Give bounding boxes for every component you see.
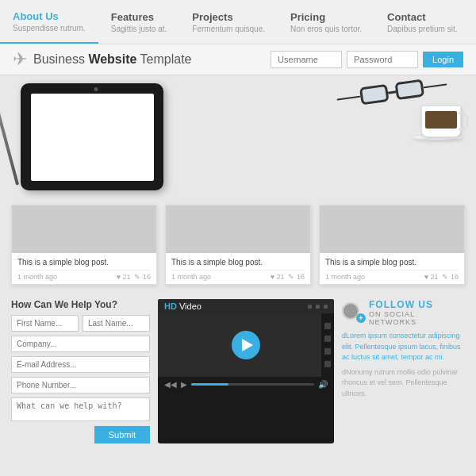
progress-fill [191, 383, 228, 386]
blog-image-0 [12, 205, 156, 253]
site-header: ✈ Business Website Template Login [0, 44, 476, 75]
blog-meta-1: 1 month ago ♥ 21 ✎ 16 [171, 270, 305, 281]
blog-stats-2: ♥ 21 ✎ 16 [424, 273, 459, 281]
follow-icon: + [342, 302, 364, 323]
follow-title: FOLLOW US [369, 299, 465, 310]
blog-stats-0: ♥ 21 ✎ 16 [117, 273, 151, 281]
last-name-input[interactable] [83, 315, 150, 332]
nav-item-projects[interactable]: ProjectsFermentum quisque. [179, 0, 278, 44]
nav-item-about[interactable]: About UsSuspendisse rutrum. [0, 0, 98, 44]
play-icon [242, 339, 253, 351]
blog-likes-0: ♥ 21 [117, 273, 131, 281]
video-controls-bar: ◀◀ ▶ 🔊 [158, 377, 334, 392]
sidebar-item-3[interactable] [324, 348, 331, 355]
sidebar-item-1[interactable] [324, 323, 331, 329]
blog-card-1[interactable]: This is a simple blog post. 1 month ago … [165, 205, 311, 285]
contact-form: How Can We Help You? Submit [11, 299, 150, 443]
blog-comments-2: ✎ 16 [442, 273, 459, 281]
hd-label: HD [164, 301, 177, 311]
social-desc-2: dNonumy rutrum mollis odio pulvinar rhon… [342, 367, 465, 400]
vid-icon-2 [316, 305, 320, 309]
nav-item-contact[interactable]: ContactDapibus pretium sit. [374, 0, 470, 44]
nav-item-features[interactable]: FeaturesSagittis justo at. [98, 0, 180, 44]
main-nav: About UsSuspendisse rutrum.FeaturesSagit… [0, 0, 476, 44]
email-input[interactable] [11, 356, 150, 373]
blog-card-0[interactable]: This is a simple blog post. 1 month ago … [11, 205, 157, 285]
blog-title-2: This is a simple blog post. [325, 258, 459, 267]
video-player: HD Video ◀◀ ▶ [158, 299, 334, 443]
social-desc-1: dLorem ipsum consectetur adipiscing elit… [342, 331, 465, 363]
glasses-arm-left [337, 96, 361, 101]
blog-image-2 [320, 205, 464, 253]
blog-likes-1: ♥ 21 [271, 273, 285, 281]
site-title: Business Website Template [33, 52, 192, 67]
blog-section: This is a simple blog post. 1 month ago … [0, 198, 476, 291]
lens-left [359, 84, 390, 106]
video-word: Video [177, 301, 202, 311]
title-bold: Website [88, 52, 136, 66]
pen-icon [0, 100, 19, 185]
nav-label-about: About Us [13, 10, 86, 22]
rewind-button[interactable]: ◀◀ [164, 380, 177, 389]
blog-comments-1: ✎ 16 [288, 273, 305, 281]
glasses-arm-right [423, 83, 447, 88]
login-button[interactable]: Login [423, 52, 463, 67]
blog-meta-2: 1 month ago ♥ 21 ✎ 16 [325, 270, 459, 281]
sidebar-item-4[interactable] [324, 361, 331, 367]
vid-icon-3 [324, 305, 328, 309]
nav-item-pricing[interactable]: PricingNon eros quis tortor. [278, 0, 374, 44]
glasses-item [336, 75, 448, 108]
company-input[interactable] [11, 336, 150, 352]
play-pause-button[interactable]: ▶ [181, 380, 187, 389]
social-panel: + FOLLOW US ON SOCIAL NETWORKS dLorem ip… [342, 299, 465, 443]
help-textarea[interactable] [11, 397, 150, 421]
blog-title-1: This is a simple blog post. [171, 258, 305, 267]
tablet-camera [94, 87, 98, 91]
coffee-cup [421, 106, 461, 137]
video-label: HD Video [164, 301, 202, 311]
logo-area: ✈ Business Website Template [13, 49, 271, 70]
name-row [11, 315, 150, 332]
nav-label-pricing: Pricing [290, 11, 362, 23]
video-sidebar [321, 313, 334, 377]
submit-button[interactable]: Submit [94, 426, 150, 443]
phone-input[interactable] [11, 377, 150, 393]
nav-sub-projects: Fermentum quisque. [192, 25, 265, 33]
form-title: How Can We Help You? [11, 299, 150, 310]
blog-date-2: 1 month ago [325, 273, 365, 281]
first-name-input[interactable] [11, 315, 79, 332]
volume-icon[interactable]: 🔊 [318, 380, 328, 389]
hero-section [0, 75, 476, 198]
nav-sub-about: Suspendisse rutrum. [13, 24, 86, 33]
progress-bar[interactable] [191, 383, 314, 386]
nav-sub-features: Sagittis justo at. [111, 25, 167, 33]
play-button[interactable] [232, 331, 260, 359]
title-suffix: Template [136, 52, 191, 66]
blog-card-2[interactable]: This is a simple blog post. 1 month ago … [319, 205, 465, 285]
blog-meta-0: 1 month ago ♥ 21 ✎ 16 [17, 270, 151, 281]
nav-sub-pricing: Non eros quis tortor. [290, 25, 362, 33]
password-input[interactable] [347, 51, 418, 68]
glasses-bridge [388, 90, 396, 94]
blog-likes-2: ♥ 21 [424, 273, 439, 281]
video-controls-icons [308, 305, 328, 309]
nav-label-features: Features [111, 11, 167, 23]
tablet-body [21, 83, 163, 190]
lens-right [394, 79, 424, 101]
follow-sub: ON SOCIAL NETWORKS [369, 310, 465, 326]
header-inputs: Login [271, 51, 463, 68]
title-plain: Business [33, 52, 88, 66]
vid-icon-1 [308, 305, 312, 309]
blog-comments-0: ✎ 16 [134, 273, 151, 281]
sidebar-item-2[interactable] [324, 336, 331, 342]
blog-text-0: This is a simple blog post. 1 month ago … [12, 253, 156, 284]
username-input[interactable] [271, 51, 342, 68]
video-header: HD Video [158, 299, 334, 313]
desk-right [336, 83, 463, 140]
bottom-section: How Can We Help You? Submit HD Video [0, 291, 476, 451]
plus-icon: + [356, 313, 366, 323]
coffee-liquid [425, 111, 457, 129]
blog-text-2: This is a simple blog post. 1 month ago … [320, 253, 464, 284]
plane-icon: ✈ [13, 49, 27, 70]
nav-sub-contact: Dapibus pretium sit. [387, 25, 457, 33]
